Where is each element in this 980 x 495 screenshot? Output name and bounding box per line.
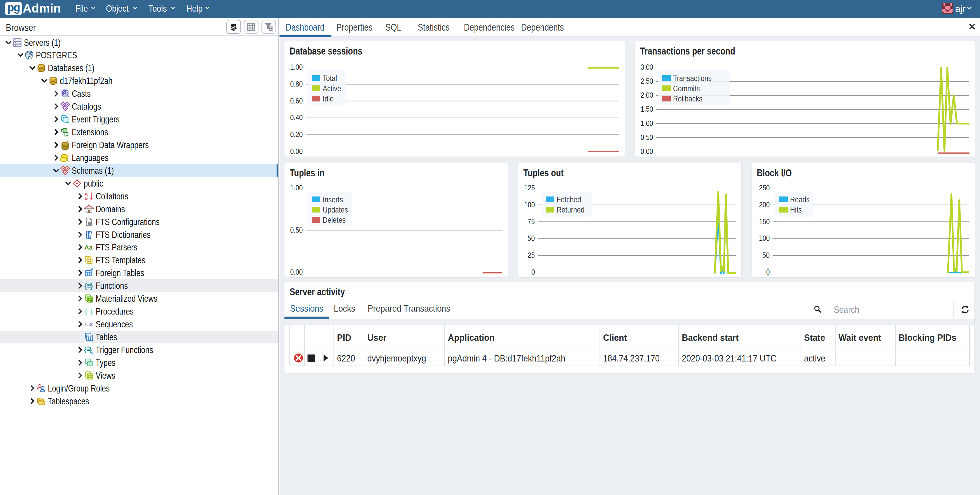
svg-text:M: M <box>91 300 93 303</box>
svg-text:{: { <box>84 282 87 290</box>
svg-text:}: } <box>91 282 93 290</box>
svg-text:B: B <box>84 196 88 201</box>
svg-text:A: A <box>84 192 88 196</box>
svg-text:{: { <box>84 346 86 353</box>
svg-text:{: { <box>84 308 87 316</box>
svg-text:Aa: Aa <box>84 244 93 251</box>
svg-text:1..3: 1..3 <box>84 322 92 327</box>
svg-text:}: } <box>90 308 92 316</box>
